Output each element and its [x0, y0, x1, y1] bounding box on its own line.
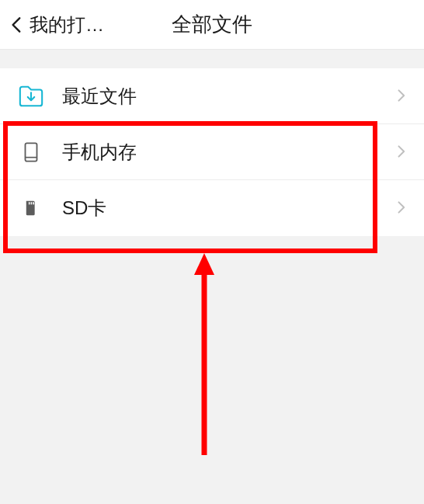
chevron-right-icon	[393, 88, 410, 105]
chevron-left-icon	[6, 14, 28, 36]
header-bar: 我的打… 全部文件	[0, 0, 424, 50]
list-item-recent-files[interactable]: 最近文件	[0, 68, 424, 124]
back-button[interactable]: 我的打…	[0, 0, 104, 49]
phone-icon	[17, 138, 45, 166]
page-title: 全部文件	[172, 11, 252, 38]
list-item-label: 最近文件	[62, 84, 393, 109]
chevron-right-icon	[393, 144, 410, 161]
list-item-label: 手机内存	[62, 140, 393, 165]
annotation-arrow-icon	[193, 253, 216, 463]
storage-list: 最近文件 手机内存	[0, 68, 424, 236]
svg-rect-5	[33, 202, 34, 204]
svg-rect-1	[26, 143, 37, 161]
download-folder-icon	[17, 82, 45, 110]
list-item-phone-storage[interactable]: 手机内存	[0, 124, 424, 180]
section-spacer	[0, 50, 424, 68]
list-item-sdcard[interactable]: SD卡	[0, 180, 424, 236]
svg-marker-7	[194, 253, 214, 275]
sdcard-icon	[17, 194, 45, 222]
chevron-right-icon	[393, 200, 410, 217]
back-label: 我的打…	[30, 12, 104, 37]
list-item-label: SD卡	[62, 196, 393, 221]
svg-rect-3	[29, 202, 30, 204]
svg-rect-4	[31, 202, 33, 204]
